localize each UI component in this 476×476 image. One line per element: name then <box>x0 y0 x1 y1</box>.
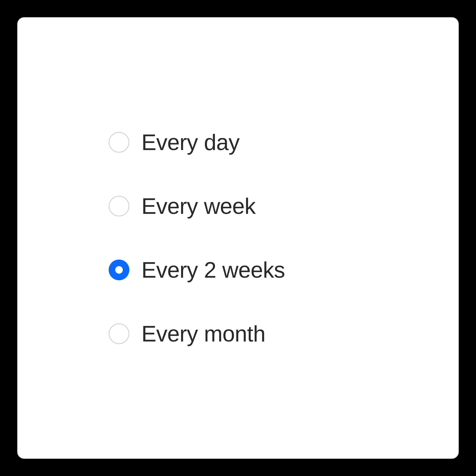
radio-label: Every 2 weeks <box>141 257 285 283</box>
radio-icon-selected <box>109 260 129 280</box>
radio-option-every-2-weeks[interactable]: Every 2 weeks <box>109 257 385 283</box>
radio-icon <box>109 196 129 216</box>
radio-option-every-month[interactable]: Every month <box>109 321 385 347</box>
radio-label: Every day <box>141 129 239 155</box>
radio-option-every-week[interactable]: Every week <box>109 193 385 219</box>
radio-icon <box>109 323 129 344</box>
radio-label: Every week <box>141 193 255 219</box>
radio-option-every-day[interactable]: Every day <box>109 129 385 155</box>
radio-card: Every day Every week Every 2 weeks Every… <box>17 17 459 459</box>
frequency-radio-group: Every day Every week Every 2 weeks Every… <box>91 129 385 347</box>
radio-label: Every month <box>141 321 265 347</box>
radio-icon <box>109 132 129 153</box>
